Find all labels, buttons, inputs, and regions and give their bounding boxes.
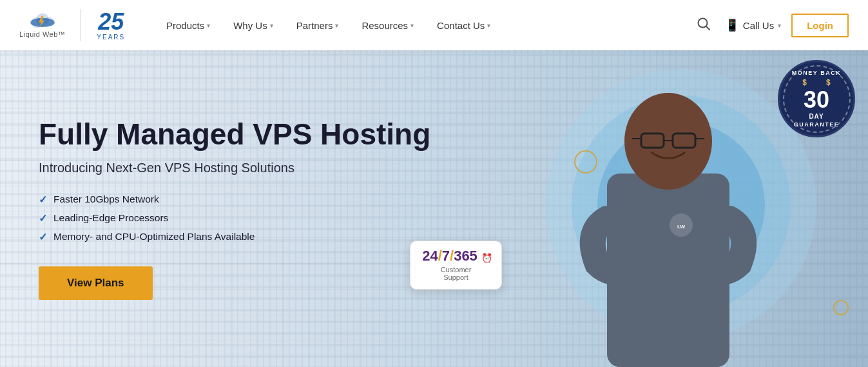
search-button[interactable]	[693, 13, 715, 38]
feature-3-text: Memory- and CPU-Optimized Plans Availabl…	[53, 231, 255, 243]
search-icon	[697, 17, 711, 31]
svg-line-6	[706, 26, 709, 30]
person-svg: LW	[546, 77, 791, 367]
call-us-button[interactable]: 📱 Call Us ▾	[725, 18, 781, 32]
badge-dollar-left: $	[802, 78, 807, 87]
badge-day-number: 30	[804, 88, 829, 112]
logo-icon: Liquid Web™	[19, 12, 65, 38]
nav-item-contact[interactable]: Contact Us ▾	[425, 0, 502, 50]
chevron-down-icon: ▾	[778, 22, 781, 29]
logo-25years: 25 YEARS	[97, 10, 125, 41]
nav-item-partners[interactable]: Partners ▾	[285, 0, 351, 50]
feature-2-text: Leading-Edge Processors	[53, 212, 168, 224]
feature-1-text: Faster 10Gbps Network	[53, 193, 159, 205]
badge-inner: MONEY BACK $ $ 30 DAY GUARANTEE	[783, 65, 851, 133]
call-us-label: Call Us	[743, 20, 774, 31]
hero-section: Fully Managed VPS Hosting Introducing Ne…	[0, 50, 868, 367]
clock-icon: ⏰	[481, 253, 492, 263]
nav-partners-label: Partners	[296, 20, 333, 31]
view-plans-button[interactable]: View Plans	[39, 266, 153, 300]
liquidweb-logo-icon	[28, 12, 57, 29]
logo-years-label: YEARS	[97, 34, 125, 41]
logo-divider	[81, 9, 81, 41]
chevron-down-icon: ▾	[335, 22, 338, 29]
badge-top-text: MONEY BACK	[792, 70, 841, 77]
nav-contact-label: Contact Us	[437, 20, 485, 31]
support-time: 24/7/365	[422, 249, 477, 263]
nav-whyus-label: Why Us	[233, 20, 267, 31]
badge-guarantee-text: GUARANTEE	[794, 121, 840, 128]
badge-dollar-right: $	[826, 78, 831, 87]
nav-item-resources[interactable]: Resources ▾	[350, 0, 425, 50]
chevron-down-icon: ▾	[487, 22, 490, 29]
support-top-row: 24/7/365 ⏰	[422, 249, 490, 263]
nav-products-label: Products	[166, 20, 204, 31]
nav-resources-label: Resources	[362, 20, 408, 31]
nav-links: Products ▾ Why Us ▾ Partners ▾ Resources…	[155, 0, 693, 50]
nav-item-whyus[interactable]: Why Us ▾	[222, 0, 285, 50]
chevron-down-icon: ▾	[270, 22, 273, 29]
hero-person-image: LW	[533, 70, 804, 367]
checkmark-icon: ✓	[39, 193, 47, 206]
logo-area: Liquid Web™ 25 YEARS	[19, 9, 155, 41]
chevron-down-icon: ▾	[207, 22, 210, 29]
badge-dollars-row: $ $	[802, 78, 830, 87]
badge-day-label: DAY	[809, 113, 824, 120]
money-back-badge: MONEY BACK $ $ 30 DAY GUARANTEE	[778, 60, 855, 137]
checkmark-icon: ✓	[39, 231, 47, 243]
support-badge: 24/7/365 ⏰ CustomerSupport	[410, 241, 502, 290]
checkmark-icon: ✓	[39, 212, 47, 224]
hero-right: LW MONEY BACK $ $ 30 DAY GUARANTEE	[391, 50, 868, 367]
logo-years-number: 25	[98, 10, 124, 34]
deco-circle-2	[833, 300, 849, 315]
chevron-down-icon: ▾	[410, 22, 414, 29]
svg-text:LW: LW	[677, 224, 685, 230]
support-time-text: 24/7/365	[422, 248, 477, 264]
nav-right: 📱 Call Us ▾ Login	[693, 13, 849, 38]
nav-item-products[interactable]: Products ▾	[155, 0, 222, 50]
login-button[interactable]: Login	[791, 14, 849, 37]
navbar: Liquid Web™ 25 YEARS Products ▾ Why Us ▾…	[0, 0, 868, 50]
logo-brand-text: Liquid Web™	[19, 30, 65, 38]
support-label: CustomerSupport	[441, 266, 472, 281]
badge-money-text: MONEY BACK	[792, 70, 841, 77]
phone-icon: 📱	[725, 18, 739, 32]
